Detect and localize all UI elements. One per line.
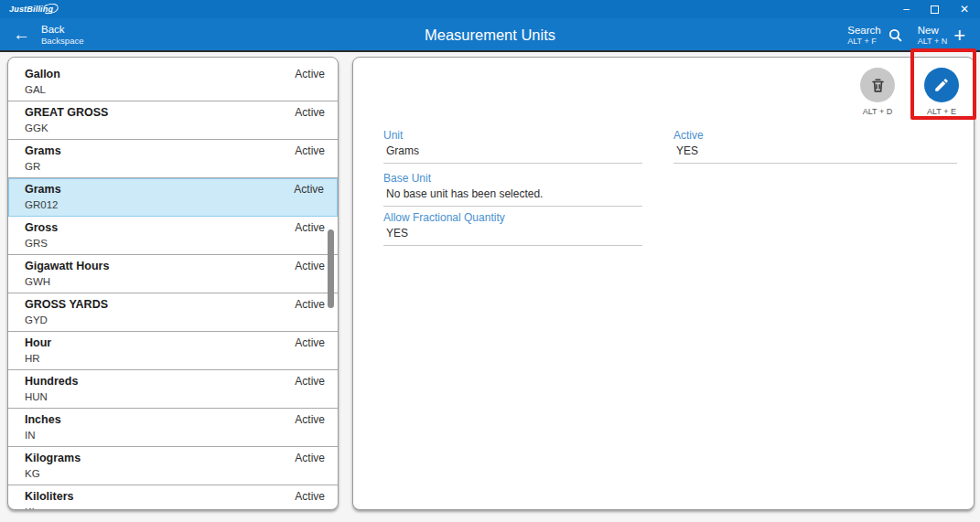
navbar: ← Back Backspace Measurement Units Searc… xyxy=(0,18,980,52)
list-item-hour[interactable]: HourActive HR xyxy=(8,332,338,370)
back-button[interactable]: ← Back Backspace xyxy=(0,24,83,46)
list-item-gross-yards[interactable]: GROSS YARDSActive GYD xyxy=(8,293,338,332)
unit-name: Grams xyxy=(25,183,61,196)
list-item-grams-gr[interactable]: GramsActive GR xyxy=(8,140,338,178)
field-active: Active YES xyxy=(673,129,957,164)
list-item-gallon[interactable]: GallonActive GAL xyxy=(8,63,338,101)
field-allow-fractional-value: YES xyxy=(383,227,642,246)
unit-status: Active xyxy=(295,375,325,388)
unit-code: GR xyxy=(25,161,325,172)
list-item-inches[interactable]: InchesActive IN xyxy=(8,409,338,447)
unit-status: Active xyxy=(295,413,325,426)
new-shortcut: ALT + N xyxy=(918,37,947,46)
plus-icon: + xyxy=(953,27,965,45)
back-shortcut: Backspace xyxy=(41,36,83,46)
list-item-hundreds[interactable]: HundredsActive HUN xyxy=(8,370,338,409)
unit-code: GWH xyxy=(25,276,325,287)
delete-button-group: ALT + D xyxy=(854,68,901,116)
window-controls: – ✕ xyxy=(903,4,969,15)
unit-name: Hundreds xyxy=(25,375,78,388)
list-scrollbar-thumb[interactable] xyxy=(328,229,334,308)
search-label: Search xyxy=(847,25,880,37)
close-icon[interactable]: ✕ xyxy=(960,4,969,15)
unit-status: Active xyxy=(295,68,325,80)
unit-list-panel: GallonActive GAL GREAT GROSSActive GGK G… xyxy=(7,57,339,510)
new-label: New xyxy=(918,25,939,37)
unit-code: IN xyxy=(25,430,325,441)
unit-name: Gigawatt Hours xyxy=(25,260,109,272)
pencil-icon xyxy=(933,77,950,93)
list-item-gigawatt-hours[interactable]: Gigawatt HoursActive GWH xyxy=(8,255,338,293)
list-item-grams-gr012-selected[interactable]: GramsActive GR012 xyxy=(8,178,338,217)
list-item-kilograms[interactable]: KilogramsActive KG xyxy=(8,447,338,485)
field-unit-label: Unit xyxy=(383,129,642,142)
unit-status: Active xyxy=(295,144,325,157)
unit-name: Inches xyxy=(25,413,61,426)
app-logo: JustBilling xyxy=(9,5,53,14)
unit-code: HR xyxy=(25,353,325,364)
delete-shortcut: ALT + D xyxy=(863,107,892,116)
unit-status: Active xyxy=(295,221,325,234)
unit-name: Kilograms xyxy=(25,452,81,464)
field-unit-value: Grams xyxy=(383,144,642,164)
unit-code: GR012 xyxy=(25,199,324,210)
unit-code: GYD xyxy=(25,314,325,325)
list-item-kiloliters[interactable]: KilolitersActive KL xyxy=(8,485,338,510)
unit-name: Gallon xyxy=(25,68,60,80)
unit-code: KL xyxy=(25,506,325,510)
window-titlebar: JustBilling – ✕ xyxy=(0,0,980,18)
unit-name: Gross xyxy=(25,221,58,234)
unit-status: Active xyxy=(295,452,325,464)
trash-icon xyxy=(869,77,887,94)
unit-name: Kiloliters xyxy=(25,490,74,503)
unit-code: GAL xyxy=(25,84,325,95)
minimize-icon[interactable]: – xyxy=(903,4,910,15)
unit-status: Active xyxy=(294,183,324,196)
unit-code: KG xyxy=(25,468,325,479)
unit-status: Active xyxy=(295,336,325,349)
back-label: Back xyxy=(41,24,83,36)
field-base-unit-value: No base unit has been selected. xyxy=(383,187,642,207)
unit-code: HUN xyxy=(25,391,325,402)
navbar-actions: Search ALT + F New ALT + N + xyxy=(847,18,965,52)
field-base-unit-label: Base Unit xyxy=(383,172,642,185)
delete-button[interactable] xyxy=(860,68,895,102)
field-base-unit: Base Unit No base unit has been selected… xyxy=(383,172,642,207)
field-active-value: YES xyxy=(673,144,957,164)
unit-status: Active xyxy=(295,298,325,311)
unit-code: GGK xyxy=(25,123,325,133)
search-button[interactable]: Search ALT + F xyxy=(847,25,902,46)
edit-button-group: ALT + E xyxy=(918,68,965,116)
unit-name: GREAT GROSS xyxy=(25,106,108,119)
field-allow-fractional-label: Allow Fractional Quantity xyxy=(383,211,642,224)
edit-shortcut: ALT + E xyxy=(927,107,956,116)
unit-status: Active xyxy=(295,490,325,503)
unit-name: Grams xyxy=(25,144,61,157)
list-item-gross[interactable]: GrossActive GRS xyxy=(8,217,338,255)
unit-detail-panel: ALT + D ALT + E Unit Grams Active YES Ba… xyxy=(352,57,975,510)
page-title: Measurement Units xyxy=(0,18,980,52)
unit-status: Active xyxy=(295,106,325,119)
search-shortcut: ALT + F xyxy=(847,37,876,46)
list-item-great-gross[interactable]: GREAT GROSSActive GGK xyxy=(8,101,338,140)
unit-status: Active xyxy=(295,260,325,272)
unit-name: Hour xyxy=(25,336,51,349)
search-icon xyxy=(888,27,903,43)
field-active-label: Active xyxy=(673,129,957,142)
edit-button[interactable] xyxy=(924,68,959,102)
back-arrow-icon: ← xyxy=(13,26,30,43)
new-button[interactable]: New ALT + N + xyxy=(918,25,965,46)
maximize-icon[interactable] xyxy=(931,5,939,14)
unit-code: GRS xyxy=(25,238,325,249)
field-unit: Unit Grams xyxy=(383,129,642,164)
unit-name: GROSS YARDS xyxy=(25,298,108,311)
field-allow-fractional: Allow Fractional Quantity YES xyxy=(383,211,642,246)
